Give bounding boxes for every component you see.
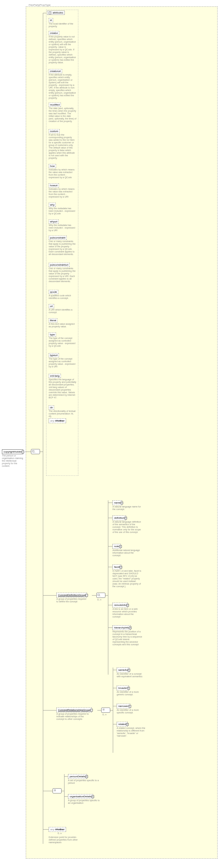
attr-creator-doc: If the property value is not defined, sp…: [49, 35, 76, 64]
any-bottom-occur: 0..∞: [58, 832, 62, 834]
collapse-icon[interactable]: −: [49, 11, 51, 14]
concept-relationships-group[interactable]: ConceptRelationshipsGroup −: [57, 708, 92, 712]
attr-literal[interactable]: literal: [49, 318, 58, 322]
elem-narrower-doc: An identifier of a more specific concept…: [117, 709, 146, 714]
attr-dir-doc: The directionality of textual content (e…: [49, 410, 76, 418]
elem-sameas[interactable]: sameAs+: [117, 668, 129, 672]
elem-definition[interactable]: definition+: [112, 516, 126, 520]
attr-pubconstraint[interactable]: pubconstraint: [49, 236, 67, 240]
elem-persondetails[interactable]: personDetails+: [68, 774, 87, 779]
attr-how-doc: Indicates by which means the value was e…: [49, 168, 76, 179]
attributes-header[interactable]: − attributes: [47, 11, 65, 15]
elem-related-doc: A related concept, where the relationshi…: [117, 727, 146, 737]
elem-narrower[interactable]: narrower+: [117, 704, 130, 709]
attr-typeuri[interactable]: typeuri: [49, 353, 59, 357]
elem-organisationdetails-doc: A group of properties specific to an org…: [68, 799, 100, 804]
attr-qcode[interactable]: qcode: [49, 290, 58, 294]
expand-icon[interactable]: +: [126, 723, 128, 726]
attr-howuri[interactable]: howuri: [49, 183, 59, 188]
expand-icon[interactable]: +: [127, 669, 130, 672]
elem-name-doc: A natural language name for the concept.: [112, 505, 142, 511]
expand-icon[interactable]: +: [129, 626, 132, 629]
attr-uri[interactable]: uri: [49, 304, 54, 308]
expand-icon[interactable]: −: [85, 594, 88, 596]
elem-related[interactable]: related+: [117, 722, 127, 726]
elem-definition-doc: A natural language definition of the sem…: [112, 521, 142, 534]
concept-relationships-group-doc: A group of properties required to indica…: [57, 713, 92, 720]
expand-icon[interactable]: +: [120, 502, 123, 504]
attr-why-doc: Why the metadata has been included - exp…: [49, 207, 76, 215]
elem-hierarchyinfo[interactable]: hierarchyInfo+: [112, 625, 130, 630]
attr-modified[interactable]: modified: [49, 103, 61, 107]
attr-dir[interactable]: dir: [49, 405, 54, 410]
elem-broader[interactable]: broader+: [117, 686, 129, 690]
root-sequence: ⋯: [31, 449, 40, 454]
attr-literal-doc: A free-text value assigned as property v…: [49, 323, 76, 328]
attr-whyuri[interactable]: whyuri: [49, 219, 59, 224]
elem-note-doc: Additional natural language information …: [112, 549, 142, 557]
details-choice: [52, 788, 62, 794]
elem-any-bottom[interactable]: any ##other: [49, 827, 66, 832]
expand-icon[interactable]: +: [124, 517, 127, 519]
attr-pubconstraint-doc: One or many constraints that apply to pu…: [49, 240, 76, 256]
attributes-header-label: attributes: [52, 11, 63, 14]
elem-broader-doc: An identifier of a more generic concept.: [117, 691, 146, 696]
elem-facet-doc: In NAR 1.8 and later, facet is deprecate…: [112, 570, 142, 588]
elem-remoteinfo-doc: A link to an item or a web resource whic…: [112, 608, 142, 618]
attr-creatoruri-doc: If the attribute is empty, specifies whi…: [49, 73, 76, 99]
elem-remoteinfo[interactable]: remoteInfo+: [112, 603, 128, 608]
attr-modified-doc: The date (and, optionally, the time) whe…: [49, 107, 76, 123]
attr-id-doc: The local identifier of the property.: [49, 23, 75, 28]
expand-icon[interactable]: −: [90, 709, 93, 711]
root-element[interactable]: copyrightHolder −: [2, 450, 23, 454]
root-doc: The person or organisation claiming the …: [2, 455, 25, 467]
attr-any[interactable]: any ##other: [49, 418, 66, 423]
elem-persondetails-doc: A set of properties specific to a person: [68, 779, 100, 784]
attr-creatoruri[interactable]: creatoruri: [49, 69, 62, 73]
expand-icon[interactable]: +: [127, 687, 130, 689]
crg-occur: 0..∞: [103, 713, 107, 716]
expand-icon[interactable]: +: [85, 775, 88, 778]
attr-how[interactable]: how: [49, 164, 56, 168]
type-name: FlexPartyPropType: [29, 4, 50, 6]
attr-whyuri-doc: Why the metadata has been included - exp…: [49, 224, 76, 232]
cdg-occur: 0..∞: [97, 598, 102, 601]
elem-hierarchyinfo-doc: Represents the position of a concept in …: [112, 630, 142, 646]
attr-uri-doc: A URI which identifies a concept.: [49, 309, 76, 314]
expand-icon[interactable]: −: [22, 451, 24, 453]
attr-custom-doc: If set to true the corresponding propert…: [49, 134, 76, 159]
attr-xmllang-doc: Specifies the language of this property …: [49, 378, 76, 399]
attr-pubconstrainturi-doc: One or many constraints that apply to pu…: [49, 267, 76, 283]
root-label: copyrightHolder: [4, 450, 22, 453]
elem-sameas-doc: An identifier of a concept with equivale…: [117, 673, 146, 678]
attr-creator[interactable]: creator: [49, 31, 59, 35]
attr-id[interactable]: id: [49, 18, 53, 22]
expand-icon[interactable]: +: [119, 545, 122, 548]
expand-icon[interactable]: +: [120, 566, 122, 568]
any-bottom-doc: Extension point for provider-defined pro…: [49, 836, 81, 844]
attr-typeuri-doc: The type of the concept assigned as cont…: [49, 358, 76, 368]
expand-icon[interactable]: +: [126, 604, 129, 607]
elem-facet[interactable]: facet+: [112, 565, 121, 569]
expand-icon[interactable]: +: [91, 795, 94, 798]
attr-why[interactable]: why: [49, 203, 56, 207]
expand-icon[interactable]: +: [128, 705, 131, 708]
cdg-sequence: ⋯: [97, 593, 105, 598]
attr-type-doc: The type of the concept assigned as cont…: [49, 337, 76, 347]
attr-type[interactable]: type: [49, 333, 56, 337]
attr-custom[interactable]: custom: [49, 129, 60, 133]
crg-choice: [101, 708, 110, 713]
elem-organisationdetails[interactable]: organisationDetails+: [68, 794, 93, 799]
attr-qcode-doc: A qualified code which identifies a conc…: [49, 294, 76, 300]
elem-name[interactable]: name+: [112, 500, 122, 505]
attr-howuri-doc: Indicates by which means the value was e…: [49, 188, 76, 198]
attr-pubconstrainturi[interactable]: pubconstrainturi: [49, 263, 70, 267]
elem-note[interactable]: note+: [112, 544, 121, 549]
concept-definition-group[interactable]: ConceptDefinitionGroup −: [57, 593, 87, 597]
concept-definition-group-doc: A group of properties required to define…: [57, 598, 89, 603]
attr-xmllang[interactable]: xml:lang: [49, 374, 61, 378]
